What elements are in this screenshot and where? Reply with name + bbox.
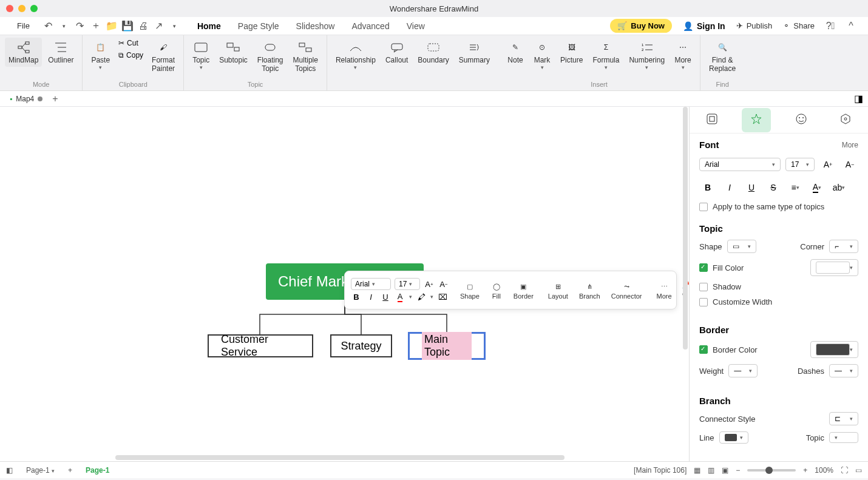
print-icon[interactable]: 🖨 (138, 21, 148, 31)
save-icon[interactable]: 💾 (123, 21, 132, 31)
mindmap-button[interactable]: MindMap (5, 38, 42, 67)
add-page-button[interactable]: + (68, 466, 72, 475)
font-family-select[interactable]: Arial▾ (699, 158, 781, 171)
sp-tab-3[interactable] (787, 108, 816, 132)
float-font-family[interactable]: Arial▾ (351, 278, 391, 290)
mark-button[interactable]: ⊙Mark▾ (530, 38, 554, 73)
underline-icon[interactable]: U (380, 291, 391, 302)
border-color-select[interactable]: ▾ (810, 341, 858, 358)
open-icon[interactable]: 📁 (107, 21, 117, 31)
panel-toggle-icon[interactable]: ◨ (854, 93, 863, 104)
tab-slideshow[interactable]: Slideshow (294, 19, 337, 33)
summary-button[interactable]: Summary (455, 38, 493, 67)
clear-format-icon[interactable]: ⌧ (437, 291, 448, 302)
canvas[interactable]: Chief Mark Customer Service Strategy Mai… (0, 107, 689, 461)
child-topic-3-selected[interactable]: Main Topic (408, 332, 486, 360)
font-more[interactable]: More (842, 141, 858, 149)
apply-same-type-checkbox[interactable]: Apply to the same type of topics (699, 202, 858, 211)
increase-font-button[interactable]: A+ (819, 156, 836, 173)
zoom-slider[interactable] (747, 469, 796, 472)
vertical-scrollbar[interactable] (683, 107, 688, 350)
copy-button[interactable]: ⧉Copy (116, 50, 146, 61)
page-select[interactable]: Page-1 ▾ (20, 465, 61, 476)
dashes-select[interactable]: —▾ (829, 364, 858, 377)
publish-button[interactable]: ✈ Publish (736, 21, 773, 30)
case-button[interactable]: ab▾ (830, 179, 847, 196)
border-color-checkbox[interactable] (699, 345, 708, 354)
customize-width-checkbox[interactable]: Customize Width (699, 297, 858, 306)
numbering-button[interactable]: 12Numbering▾ (625, 38, 668, 73)
float-more-button[interactable]: ⋯More (653, 279, 676, 301)
float-font-size[interactable]: 17▾ (395, 278, 420, 290)
new-tab-button[interactable]: + (52, 93, 58, 104)
font-color-icon[interactable]: A (395, 291, 405, 302)
subtopic-button[interactable]: Subtopic (215, 38, 251, 67)
outliner-button[interactable]: Outliner (44, 38, 77, 67)
underline-button[interactable]: U (743, 179, 760, 196)
note-button[interactable]: ✎Note (503, 38, 527, 67)
strikethrough-button[interactable]: S (765, 179, 782, 196)
buy-now-button[interactable]: 🛒 Buy Now (610, 19, 672, 33)
zoom-in-button[interactable]: + (803, 466, 807, 475)
float-branch-button[interactable]: ⋔Branch (575, 279, 604, 301)
font-size-select[interactable]: 17▾ (785, 158, 815, 171)
align-button[interactable]: ≡▾ (787, 179, 804, 196)
bold-button[interactable]: B (699, 179, 716, 196)
connector-style-select[interactable]: ⊏▾ (829, 412, 858, 425)
page-tab-1[interactable]: Page-1 (80, 465, 115, 476)
maximize-window[interactable] (30, 5, 38, 12)
float-fill-button[interactable]: ◯Fill (487, 279, 506, 301)
tab-view[interactable]: View (404, 19, 427, 33)
close-window[interactable] (6, 5, 13, 12)
corner-select[interactable]: ⌐▾ (829, 240, 858, 253)
zoom-level[interactable]: 100% (815, 466, 833, 475)
tab-advanced[interactable]: Advanced (349, 19, 392, 33)
sp-tab-4[interactable] (831, 108, 860, 132)
view-mode-3[interactable]: ▣ (722, 466, 728, 475)
doc-tab-map4[interactable]: ▪ Map4 (5, 93, 47, 104)
increase-font-icon[interactable]: A+ (424, 279, 435, 289)
decrease-font-icon[interactable]: A− (438, 279, 449, 289)
relationship-button[interactable]: Relationship▾ (332, 38, 379, 73)
fill-color-select[interactable]: ▾ (810, 259, 858, 276)
boundary-button[interactable]: Boundary (414, 38, 452, 67)
help-icon[interactable]: ?⃝ (826, 21, 835, 31)
child-topic-1[interactable]: Customer Service (208, 334, 313, 357)
fullscreen-icon[interactable]: ▭ (855, 466, 862, 475)
undo-dropdown[interactable]: ▾ (59, 21, 69, 31)
find-replace-button[interactable]: 🔍Find & Replace (705, 38, 739, 75)
zoom-out-button[interactable]: − (736, 466, 740, 475)
float-connector-button[interactable]: ⤳Connector (608, 279, 646, 301)
shape-select[interactable]: ▭▾ (727, 240, 756, 253)
pages-panel-icon[interactable]: ◧ (6, 466, 13, 475)
sign-in-button[interactable]: 👤 Sign In (683, 21, 725, 31)
undo-icon[interactable]: ↶ (44, 21, 53, 31)
float-border-button[interactable]: ▣Border (510, 279, 537, 301)
export-dropdown[interactable]: ▾ (170, 21, 180, 31)
floating-topic-button[interactable]: Floating Topic (254, 38, 287, 75)
highlight-dropdown[interactable]: ▾ (430, 294, 433, 300)
float-shape-button[interactable]: ▢Shape (456, 279, 483, 301)
shadow-checkbox[interactable]: Shadow (699, 282, 858, 291)
highlight-icon[interactable]: 🖍 (416, 291, 427, 302)
tab-pagestyle[interactable]: Page Style (236, 19, 282, 33)
fit-page-icon[interactable]: ⛶ (841, 466, 848, 475)
paste-button[interactable]: 📋 Paste ▾ (87, 38, 114, 73)
sp-tab-1[interactable] (697, 108, 727, 132)
decrease-font-button[interactable]: A− (841, 156, 858, 173)
cut-button[interactable]: ✂Cut (116, 38, 146, 49)
fill-color-checkbox[interactable] (699, 263, 708, 272)
italic-button[interactable]: I (721, 179, 738, 196)
formula-button[interactable]: ΣFormula▾ (589, 38, 623, 73)
collapse-ribbon-icon[interactable]: ^ (846, 21, 856, 31)
child-topic-2[interactable]: Strategy (330, 334, 392, 357)
horizontal-scrollbar[interactable] (115, 455, 565, 460)
export-icon[interactable]: ↗ (154, 21, 164, 31)
weight-select[interactable]: —▾ (728, 364, 758, 377)
font-color-dropdown[interactable]: ▾ (409, 294, 412, 300)
topic-button[interactable]: Topic▾ (189, 38, 213, 73)
tab-home[interactable]: Home (195, 19, 223, 33)
bold-icon[interactable]: B (351, 291, 362, 302)
more-insert-button[interactable]: ⋯More▾ (671, 38, 695, 73)
sp-tab-style[interactable] (742, 108, 771, 132)
